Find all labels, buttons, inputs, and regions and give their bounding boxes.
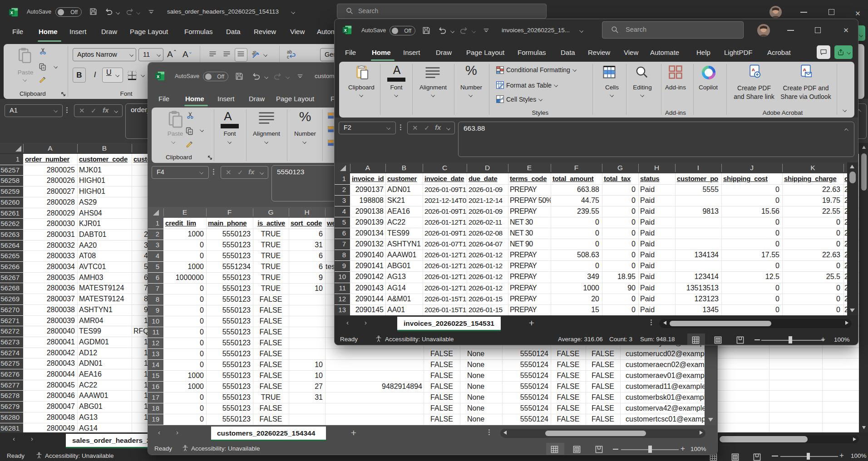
svg-text:x: x <box>344 28 347 33</box>
svg-text:A: A <box>752 67 755 72</box>
svg-text:ab: ab <box>287 49 292 54</box>
svg-text:ab: ab <box>251 49 257 56</box>
svg-text:x: x <box>157 74 159 79</box>
svg-text:x: x <box>10 10 13 15</box>
svg-text:A: A <box>803 67 806 72</box>
svg-text:c: c <box>287 54 289 59</box>
